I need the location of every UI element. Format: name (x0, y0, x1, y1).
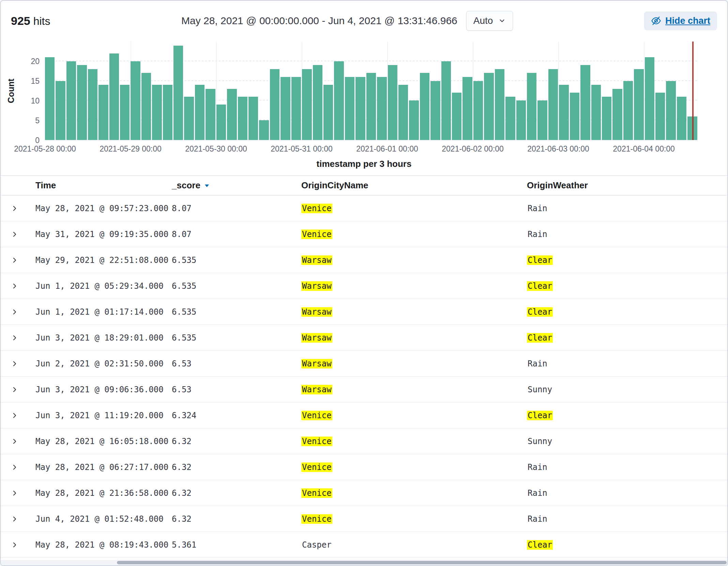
histogram-bar[interactable] (334, 61, 344, 140)
expand-row-button[interactable] (9, 306, 21, 318)
histogram-bar[interactable] (612, 89, 622, 140)
histogram-bar[interactable] (623, 81, 633, 140)
doc-table: Time _score OriginCityName OriginWeather… (1, 175, 727, 558)
histogram-bar[interactable] (462, 77, 472, 140)
histogram-bar[interactable] (270, 69, 279, 140)
histogram-bar[interactable] (473, 81, 483, 140)
histogram-bar[interactable] (548, 69, 558, 140)
doc-city: Venice (301, 230, 332, 239)
histogram-bar[interactable] (666, 81, 676, 140)
histogram-bar[interactable] (516, 100, 526, 140)
histogram-bar[interactable] (184, 97, 194, 140)
expand-row-button[interactable] (9, 358, 21, 370)
histogram-bar[interactable] (345, 77, 354, 140)
histogram-bar[interactable] (152, 85, 162, 140)
histogram-bar[interactable] (677, 97, 686, 140)
histogram-bar[interactable] (206, 89, 215, 140)
expand-row-button[interactable] (9, 435, 21, 447)
expand-row-button[interactable] (9, 228, 21, 240)
histogram-bar[interactable] (291, 77, 301, 140)
col-time[interactable]: Time (29, 180, 165, 191)
histogram-bar[interactable] (259, 120, 269, 140)
doc-weather: Rain (527, 514, 548, 524)
expand-row-button[interactable] (9, 487, 21, 499)
histogram-bar[interactable] (195, 85, 204, 140)
histogram-bar[interactable] (45, 57, 55, 140)
histogram-bar[interactable] (98, 85, 108, 140)
table-row: Jun 3, 2021 @ 09:06:36.000 6.53 Warsaw S… (1, 377, 727, 403)
col-score[interactable]: _score (165, 180, 294, 191)
chevron-right-icon (11, 308, 19, 316)
histogram-bar[interactable] (505, 97, 515, 140)
histogram-bar[interactable] (66, 61, 76, 140)
expand-row-button[interactable] (9, 409, 21, 422)
doc-city: Venice (301, 488, 332, 498)
histogram-bar[interactable] (248, 97, 258, 140)
expand-row-button[interactable] (9, 383, 21, 396)
histogram-bar[interactable] (323, 85, 333, 140)
expand-row-button[interactable] (9, 513, 21, 525)
col-origin-weather[interactable]: OriginWeather (520, 180, 727, 191)
histogram-bar[interactable] (280, 77, 290, 140)
histogram-bar[interactable] (302, 69, 312, 140)
histogram-bar[interactable] (591, 85, 601, 140)
histogram-bar[interactable] (366, 73, 376, 140)
doc-time: Jun 3, 2021 @ 11:19:20.000 (29, 411, 165, 420)
doc-city: Venice (301, 411, 332, 420)
histogram-bar[interactable] (216, 105, 226, 140)
histogram-bar[interactable] (570, 93, 579, 140)
interval-select-value: Auto (473, 15, 493, 26)
histogram-bar[interactable] (56, 81, 65, 140)
histogram-bar[interactable] (537, 100, 547, 140)
interval-select[interactable]: Auto (466, 11, 513, 31)
histogram-bar[interactable] (645, 57, 654, 140)
histogram-bar[interactable] (559, 85, 568, 140)
doc-score: 6.32 (165, 437, 294, 446)
histogram-bar[interactable] (173, 46, 183, 140)
doc-weather: Sunny (527, 385, 553, 394)
chevron-right-icon (11, 360, 19, 368)
scrollbar-thumb[interactable] (117, 561, 727, 564)
chevron-right-icon (11, 334, 19, 342)
histogram-bar[interactable] (377, 77, 386, 140)
doc-weather: Rain (527, 230, 548, 239)
histogram-bar[interactable] (131, 61, 140, 140)
y-axis-ticks: 05101520 (1, 42, 45, 140)
histogram-bar[interactable] (495, 69, 504, 140)
table-row: May 28, 2021 @ 16:05:18.000 6.32 Venice … (1, 428, 727, 454)
expand-row-button[interactable] (9, 280, 21, 292)
histogram-bar[interactable] (634, 69, 643, 140)
histogram-bar[interactable] (420, 73, 429, 140)
histogram-bar[interactable] (452, 93, 461, 140)
histogram-bar[interactable] (355, 77, 365, 140)
histogram-bar[interactable] (88, 69, 97, 140)
histogram-bar[interactable] (430, 81, 440, 140)
col-origin-city[interactable]: OriginCityName (294, 180, 520, 191)
histogram-bar[interactable] (580, 65, 590, 140)
chevron-right-icon (11, 463, 19, 471)
expand-row-button[interactable] (9, 461, 21, 473)
histogram-bar[interactable] (238, 97, 247, 140)
horizontal-scrollbar[interactable] (1, 560, 727, 565)
histogram-bar[interactable] (77, 65, 87, 140)
expand-row-button[interactable] (9, 254, 21, 266)
histogram-bar[interactable] (120, 85, 130, 140)
expand-row-button[interactable] (9, 332, 21, 344)
histogram-bar[interactable] (109, 53, 119, 140)
expand-row-button[interactable] (9, 539, 21, 551)
histogram-bar[interactable] (409, 100, 419, 140)
histogram-bar[interactable] (527, 73, 536, 140)
histogram-bar[interactable] (313, 65, 322, 140)
histogram-bar[interactable] (655, 93, 665, 140)
histogram-bar[interactable] (484, 73, 494, 140)
hits-count: 925 hits (11, 14, 50, 28)
histogram-bar[interactable] (388, 65, 397, 140)
histogram-bar[interactable] (141, 73, 151, 140)
histogram-bar[interactable] (441, 61, 451, 140)
histogram-bar[interactable] (602, 97, 611, 140)
histogram-bar[interactable] (227, 89, 237, 140)
hide-chart-button[interactable]: Hide chart (644, 12, 717, 30)
histogram-bar[interactable] (163, 85, 172, 140)
histogram-bar[interactable] (398, 85, 408, 140)
expand-row-button[interactable] (9, 202, 21, 215)
